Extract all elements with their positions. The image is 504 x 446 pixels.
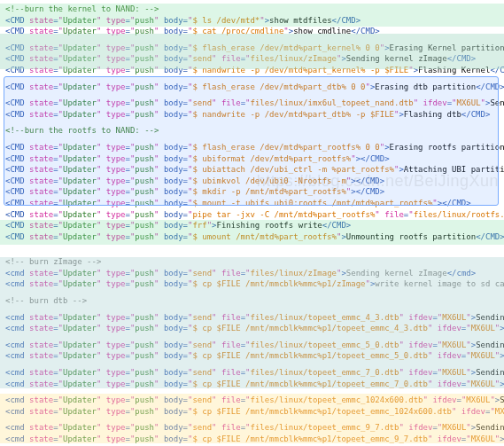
code-view: <!--burn the kernel to NAND: --><CMD sta… — [5, 4, 499, 446]
comment-line: <!-- burn zImage --> — [5, 256, 499, 268]
code-line: <cmd state="Updater" type="push" body="$… — [5, 278, 499, 290]
code-line: <CMD state="Updater" type="push" body="$… — [5, 82, 499, 93]
code-line: <CMD state="Updater" type="push" body="$… — [5, 109, 499, 121]
code-line: <cmd state="Updater" type="push" body="s… — [5, 312, 499, 324]
code-line: <CMD state="Updater" type="push" body="f… — [5, 220, 499, 231]
code-line: <cmd state="Updater" type="push" body="s… — [5, 422, 499, 434]
code-line: <CMD state="Updater" type="push" body="$… — [5, 153, 499, 165]
code-line: <CMD state="Updater" type="push" body="s… — [5, 98, 499, 109]
code-line: <CMD state="Updater" type="push" body="$… — [5, 15, 499, 27]
code-line: <CMD state="Updater" type="push" body="$… — [5, 198, 499, 209]
code-line: <CMD state="Updater" type="push" body="$… — [5, 65, 499, 76]
code-line: <cmd state="Updater" type="push" body="$… — [5, 323, 499, 334]
comment-line: <!--burn the kernel to NAND: --> — [5, 4, 499, 15]
code-line: <CMD state="Updater" type="push" body="$… — [5, 142, 499, 153]
code-line: <cmd state="Updater" type="push" body="$… — [5, 434, 499, 445]
code-line: <cmd state="Updater" type="push" body="s… — [5, 340, 499, 351]
code-line: <CMD state="Updater" type="push" body="$… — [5, 26, 499, 37]
comment-line: <!-- burn dtb --> — [5, 295, 499, 307]
code-line: <cmd state="Updater" type="push" body="$… — [5, 406, 499, 418]
code-line: <CMD state="Updater" type="push" body="$… — [5, 176, 499, 187]
code-line: <CMD state="Updater" type="push" body="$… — [5, 164, 499, 176]
code-line: <cmd state="Updater" type="push" body="s… — [5, 395, 499, 406]
code-line: <CMD state="Updater" type="push" body="$… — [5, 186, 499, 198]
code-line: <CMD state="Updater" type="push" body="$… — [5, 231, 499, 243]
code-line: <CMD state="Updater" type="push" body="s… — [5, 53, 499, 65]
code-line: <cmd state="Updater" type="push" body="s… — [5, 268, 499, 279]
code-line: <CMD state="Updater" type="push" body="p… — [5, 209, 499, 221]
code-line: <cmd state="Updater" type="push" body="s… — [5, 367, 499, 379]
code-line: <cmd state="Updater" type="push" body="$… — [5, 379, 499, 390]
comment-line: <!--burn the rootfs to NAND: --> — [5, 125, 499, 137]
code-line: <CMD state="Updater" type="push" body="$… — [5, 43, 499, 54]
code-line: <cmd state="Updater" type="push" body="$… — [5, 350, 499, 362]
